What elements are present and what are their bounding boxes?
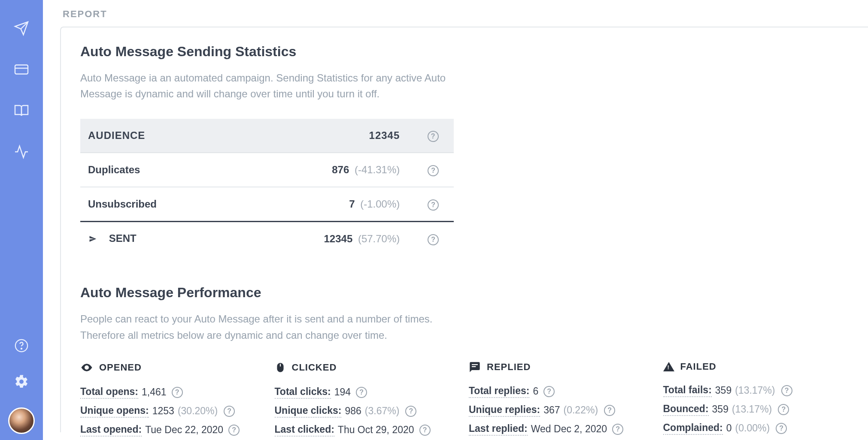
replied-total-label: Total replies: <box>469 385 529 398</box>
help-icon[interactable] <box>13 337 30 354</box>
failed-complained-label: Complained: <box>663 422 723 435</box>
clicked-last-label: Last clicked: <box>275 424 334 437</box>
duplicates-label: Duplicates <box>80 153 274 187</box>
replied-unique-label: Unique replies: <box>469 404 540 417</box>
row-duplicates: Duplicates 876 (-41.31%) ? <box>80 153 454 187</box>
opened-unique-pct: (30.20%) <box>178 405 218 417</box>
svg-rect-0 <box>15 65 28 74</box>
activity-icon[interactable] <box>13 143 30 160</box>
sending-stats-table: AUDIENCE 12345 ? Duplicates 876 (-41.31%… <box>80 119 454 256</box>
help-icon[interactable]: ? <box>776 423 787 434</box>
unsubscribed-label: Unsubscribed <box>80 187 274 222</box>
failed-total-pct: (13.17%) <box>735 385 775 396</box>
failed-bounced-label: Bounced: <box>663 403 709 416</box>
opened-unique-label: Unique opens: <box>80 405 149 418</box>
sent-label: SENT <box>109 232 137 244</box>
sending-stats-desc: Auto Message ia an automated campaign. S… <box>80 70 458 102</box>
main-content: REPORT Auto Message Sending Statistics A… <box>43 0 868 440</box>
replied-last-label: Last replied: <box>469 423 528 436</box>
mouse-icon <box>275 361 286 374</box>
help-icon[interactable]: ? <box>778 404 789 415</box>
settings-icon[interactable] <box>13 373 30 390</box>
send-icon[interactable] <box>13 20 30 37</box>
opened-unique-value: 1253 <box>152 405 174 417</box>
help-icon[interactable]: ? <box>428 165 439 176</box>
help-icon[interactable]: ? <box>419 425 431 436</box>
opened-last-label: Last opened: <box>80 424 142 437</box>
performance-title: Auto Message Performance <box>80 285 849 301</box>
audience-label: AUDIENCE <box>80 119 274 153</box>
help-icon[interactable]: ? <box>612 424 623 435</box>
help-icon[interactable]: ? <box>356 387 367 398</box>
avatar[interactable] <box>8 407 35 434</box>
failed-head: FAILED <box>680 361 716 372</box>
opened-head: OPENED <box>99 362 142 373</box>
help-icon[interactable]: ? <box>428 131 439 142</box>
metric-replied: REPLIED Total replies: 6 ? Unique replie… <box>469 361 655 440</box>
help-icon[interactable]: ? <box>172 387 183 398</box>
clicked-unique-value: 986 <box>345 405 361 417</box>
replied-unique-pct: (0.22%) <box>564 404 598 416</box>
clicked-total-value: 194 <box>334 386 351 398</box>
sent-value: 12345 <box>324 233 352 244</box>
unsubscribed-pct: (-1.00%) <box>360 198 400 210</box>
metric-opened: OPENED Total opens: 1,461 ? Unique opens… <box>80 361 266 440</box>
book-icon[interactable] <box>13 102 30 119</box>
metrics-row: OPENED Total opens: 1,461 ? Unique opens… <box>80 361 849 440</box>
failed-total-label: Total fails: <box>663 384 712 397</box>
warning-icon <box>663 362 674 371</box>
opened-last-value: Tue Dec 22, 2020 <box>145 424 223 436</box>
sent-pct: (57.70%) <box>358 233 400 244</box>
replied-head: REPLIED <box>487 362 531 373</box>
eye-icon <box>80 361 93 374</box>
help-icon[interactable]: ? <box>543 386 555 397</box>
row-unsubscribed: Unsubscribed 7 (-1.00%) ? <box>80 187 454 222</box>
clicked-unique-label: Unique clicks: <box>275 405 342 418</box>
metric-clicked: CLICKED Total clicks: 194 ? Unique click… <box>275 361 461 440</box>
sidebar-nav <box>0 0 43 440</box>
help-icon[interactable]: ? <box>224 406 235 417</box>
clicked-last-value: Thu Oct 29, 2020 <box>338 424 414 436</box>
row-audience: AUDIENCE 12345 ? <box>80 119 454 153</box>
help-icon[interactable]: ? <box>428 234 439 245</box>
duplicates-pct: (-41.31%) <box>355 164 400 175</box>
report-card: Auto Message Sending Statistics Auto Mes… <box>60 27 868 432</box>
help-icon[interactable]: ? <box>428 199 439 211</box>
svg-point-3 <box>21 348 22 349</box>
card-icon[interactable] <box>13 61 30 78</box>
help-icon[interactable]: ? <box>228 425 240 436</box>
failed-bounced-value: 359 <box>712 404 728 415</box>
clicked-unique-pct: (3.67%) <box>365 405 400 417</box>
unsubscribed-value: 7 <box>349 198 355 210</box>
clicked-head: CLICKED <box>292 362 337 373</box>
sent-arrow-icon <box>88 233 98 245</box>
failed-complained-pct: (0.00%) <box>735 422 770 434</box>
performance-desc: People can react to your Auto Message af… <box>80 311 458 343</box>
clicked-total-label: Total clicks: <box>275 386 331 399</box>
page-label: REPORT <box>60 9 868 20</box>
help-icon[interactable]: ? <box>604 405 615 416</box>
replied-total-value: 6 <box>533 386 538 397</box>
replied-last-value: Wed Dec 2, 2020 <box>531 423 607 435</box>
opened-total-value: 1,461 <box>142 386 167 398</box>
help-icon[interactable]: ? <box>781 385 792 396</box>
help-icon[interactable]: ? <box>405 406 416 417</box>
opened-total-label: Total opens: <box>80 386 138 399</box>
duplicates-value: 876 <box>332 164 349 175</box>
chat-icon <box>469 361 481 373</box>
failed-total-value: 359 <box>715 385 731 396</box>
audience-value: 12345 <box>274 119 413 153</box>
metric-failed: FAILED Total fails: 359 (13.17%) ? Bounc… <box>663 361 849 440</box>
failed-complained-value: 0 <box>726 422 732 434</box>
replied-unique-value: 367 <box>543 404 560 416</box>
sending-stats-title: Auto Message Sending Statistics <box>80 44 849 60</box>
row-sent: SENT 12345 (57.70%) ? <box>80 222 454 256</box>
failed-bounced-pct: (13.17%) <box>732 404 772 415</box>
